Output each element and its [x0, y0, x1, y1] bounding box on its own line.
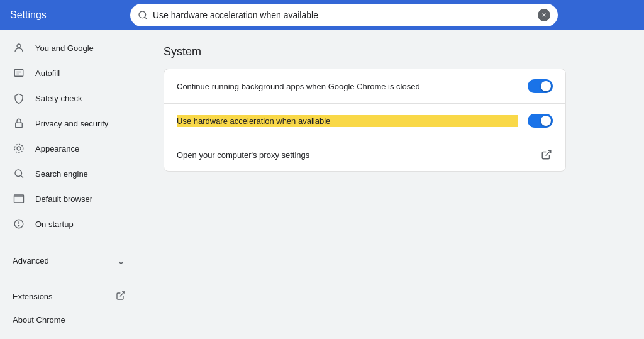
browser-icon: [13, 192, 25, 205]
sidebar-item-autofill[interactable]: Autofill: [0, 60, 133, 86]
setting-row-proxy-settings: Open your computer's proxy settings: [164, 138, 565, 171]
svg-point-2: [17, 44, 21, 48]
sidebar-item-appearance[interactable]: Appearance: [0, 136, 133, 161]
sidebar-item-label: Default browser: [35, 194, 92, 204]
svg-rect-6: [16, 123, 23, 128]
main-content: System Continue running background apps …: [138, 30, 644, 339]
sidebar-item-privacy-security[interactable]: Privacy and security: [0, 111, 133, 136]
setting-label-proxy-settings: Open your computer's proxy settings: [177, 150, 530, 160]
search-bar: ×: [130, 4, 558, 26]
sidebar-item-label: You and Google: [35, 43, 94, 53]
advanced-label: Advanced: [13, 256, 49, 265]
svg-point-0: [139, 11, 146, 18]
search-icon: [138, 10, 148, 20]
section-title: System: [164, 45, 619, 58]
startup-icon: [13, 218, 25, 230]
sidebar-item-you-google[interactable]: You and Google: [0, 35, 133, 60]
sidebar-item-label: Autofill: [35, 69, 60, 78]
sidebar-item-label: Search engine: [35, 169, 88, 179]
sidebar-item-label: Privacy and security: [35, 119, 108, 128]
toggle-background-apps[interactable]: [528, 79, 553, 93]
sidebar-item-extensions[interactable]: Extensions: [0, 284, 138, 309]
sidebar-item-on-startup[interactable]: On startup: [0, 211, 133, 236]
svg-point-9: [15, 170, 22, 177]
page-title: Settings: [10, 9, 47, 21]
sidebar-item-advanced[interactable]: Advanced ⌄: [0, 247, 138, 274]
svg-point-7: [17, 147, 21, 150]
sidebar-divider-2: [0, 279, 138, 279]
sidebar-item-safety-check[interactable]: Safety check: [0, 86, 133, 111]
settings-card: Continue running background apps when Go…: [164, 69, 566, 172]
chevron-down-icon: ⌄: [116, 253, 126, 267]
svg-point-8: [14, 144, 23, 153]
lock-icon: [13, 117, 25, 130]
setting-label-hardware-acceleration: Use hardware acceleration when available: [177, 115, 518, 127]
sidebar-item-label: Appearance: [35, 144, 79, 153]
sidebar-item-about[interactable]: About Chrome: [0, 309, 138, 331]
about-label: About Chrome: [13, 315, 65, 325]
autofill-icon: [13, 67, 25, 79]
toggle-hardware-acceleration[interactable]: [528, 114, 553, 128]
shield-icon: [13, 92, 25, 104]
search-input[interactable]: [153, 10, 533, 20]
proxy-external-link[interactable]: [540, 148, 553, 161]
sidebar-item-label: On startup: [35, 220, 74, 229]
external-link-icon: [116, 291, 126, 303]
extensions-label: Extensions: [13, 292, 53, 301]
setting-row-background-apps: Continue running background apps when Go…: [164, 69, 565, 104]
sidebar-divider: [0, 242, 138, 242]
svg-line-1: [145, 17, 147, 19]
header: Settings ×: [0, 0, 644, 30]
sidebar: You and Google Autofill Safety check: [0, 30, 138, 339]
person-icon: [13, 42, 25, 54]
clear-search-button[interactable]: ×: [538, 9, 550, 21]
layout: You and Google Autofill Safety check: [0, 30, 644, 339]
svg-point-15: [18, 225, 19, 226]
setting-row-hardware-acceleration: Use hardware acceleration when available: [164, 104, 565, 138]
sidebar-item-default-browser[interactable]: Default browser: [0, 186, 133, 211]
setting-label-background-apps: Continue running background apps when Go…: [177, 82, 518, 91]
svg-rect-3: [14, 70, 23, 77]
svg-line-10: [21, 175, 23, 177]
svg-line-16: [120, 292, 125, 296]
appearance-icon: [13, 142, 25, 155]
sidebar-item-search-engine[interactable]: Search engine: [0, 161, 133, 186]
sidebar-item-label: Safety check: [35, 94, 82, 103]
search-engine-icon: [13, 167, 25, 180]
svg-line-17: [546, 150, 551, 155]
svg-rect-11: [14, 195, 24, 203]
